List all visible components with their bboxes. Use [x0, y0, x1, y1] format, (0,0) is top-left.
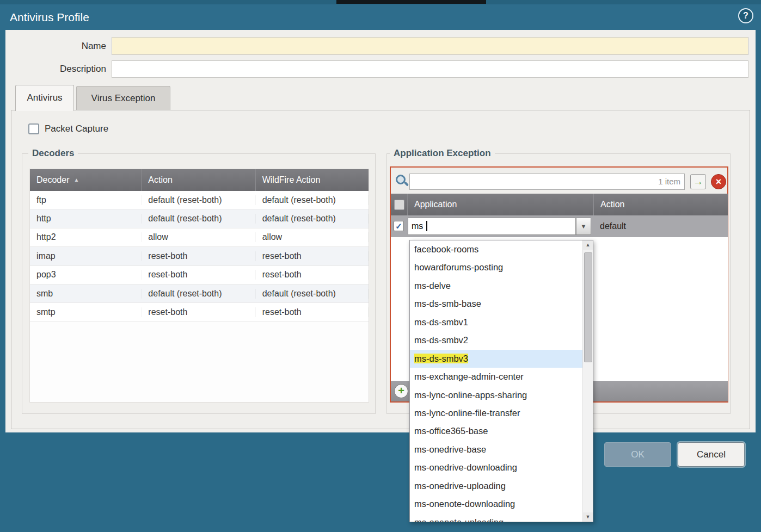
description-input[interactable] — [112, 60, 748, 78]
dropdown-item-label: facebook-rooms — [414, 244, 478, 254]
application-row-action-value: default — [600, 215, 626, 237]
decoder-http-wildfire-action: default (reset-both) — [256, 214, 369, 224]
dropdown-item-ms-ds-smbv1[interactable]: ms-ds-smbv1 — [410, 313, 584, 331]
tab-antivirus[interactable]: Antivirus — [15, 85, 74, 111]
dropdown-item-howardforums-posting[interactable]: howardforums-posting — [410, 258, 584, 276]
decoder-ftp-action: default (reset-both) — [142, 195, 255, 205]
decoder-imap-wildfire-action: reset-both — [256, 251, 369, 261]
apply-filter-icon[interactable]: → — [690, 174, 706, 189]
decoder-http-action: default (reset-both) — [142, 214, 255, 224]
dropdown-item-ms-office365-base[interactable]: ms-office365-base — [410, 422, 584, 440]
dropdown-item-ms-lync-online-apps-sharing[interactable]: ms-lync-online-apps-sharing — [410, 386, 584, 404]
dropdown-item-label: ms-office365-base — [414, 426, 488, 436]
name-label: Name — [22, 37, 106, 55]
dropdown-item-label: ms-lync-online-apps-sharing — [414, 390, 527, 400]
dropdown-item-ms-ds-smb-base[interactable]: ms-ds-smb-base — [410, 295, 584, 313]
background-browser-bar — [336, 0, 486, 4]
dropdown-item-label: ms-exchange-admin-center — [414, 372, 524, 381]
decoders-header-action[interactable]: Action — [142, 169, 255, 191]
search-icon — [395, 174, 408, 187]
name-input[interactable] — [112, 37, 748, 55]
dropdown-item-ms-lync-online-file-transfer[interactable]: ms-lync-online-file-transfer — [410, 404, 584, 422]
help-icon[interactable]: ? — [738, 8, 753, 23]
decoders-table-header: Decoder▲ Action WildFire Action — [30, 169, 369, 191]
ok-button[interactable]: OK — [604, 442, 671, 467]
application-combo-input[interactable] — [408, 218, 576, 235]
clear-filter-icon[interactable]: × — [711, 174, 726, 189]
combo-dropdown-icon[interactable]: ▼ — [576, 218, 591, 235]
dropdown-item-label: ms-onenote-uploading — [414, 517, 504, 522]
dropdown-item-label: ms-onenote-downloading — [414, 499, 515, 509]
cancel-button[interactable]: Cancel — [678, 442, 745, 467]
dropdown-item-ms-exchange-admin-center[interactable]: ms-exchange-admin-center — [410, 368, 584, 386]
application-table-header: Application Action — [391, 194, 728, 215]
application-dropdown: facebook-roomshowardforums-postingms-del… — [409, 240, 593, 522]
dropdown-item-label: ms-ds-smb-base — [414, 299, 481, 308]
decoder-row-pop3[interactable]: pop3reset-bothreset-both — [30, 266, 369, 284]
dropdown-item-ms-ds-smbv2[interactable]: ms-ds-smbv2 — [410, 331, 584, 349]
dropdown-item-label: ms-lync-online-file-transfer — [414, 408, 520, 418]
tab-virus-exception[interactable]: Virus Exception — [76, 86, 170, 110]
dropdown-item-ms-delve[interactable]: ms-delve — [410, 277, 584, 295]
decoder-http2-wildfire-action: allow — [256, 232, 369, 242]
decoders-table-body: ftpdefault (reset-both)default (reset-bo… — [30, 191, 369, 322]
dropdown-item-ms-onedrive-downloading[interactable]: ms-onedrive-downloading — [410, 459, 584, 477]
decoder-row-imap[interactable]: imapreset-bothreset-both — [30, 247, 369, 265]
scroll-up-icon[interactable]: ▲ — [583, 240, 593, 250]
dialog-titlebar — [0, 4, 761, 30]
dropdown-item-label: howardforums-posting — [414, 262, 503, 272]
antivirus-profile-dialog: Antivirus Profile ? Name Description Ant… — [0, 0, 761, 532]
packet-capture-checkbox[interactable] — [28, 123, 39, 134]
application-filter-input[interactable] — [409, 174, 685, 190]
text-caret — [426, 221, 427, 231]
dropdown-item-label: ms-onedrive-downloading — [414, 462, 517, 472]
dialog-title: Antivirus Profile — [10, 4, 89, 30]
application-row-checkbox[interactable]: ✓ — [394, 221, 404, 231]
decoder-http2-decoder: http2 — [30, 232, 142, 242]
decoder-pop3-decoder: pop3 — [30, 270, 142, 280]
decoder-row-smb[interactable]: smbdefault (reset-both)default (reset-bo… — [30, 284, 369, 303]
decoder-row-http[interactable]: httpdefault (reset-both)default (reset-b… — [30, 209, 369, 228]
decoder-pop3-action: reset-both — [142, 270, 255, 280]
decoder-imap-decoder: imap — [30, 251, 142, 261]
decoder-smtp-wildfire-action: reset-both — [256, 307, 369, 317]
decoders-header-wildfire-action[interactable]: WildFire Action — [256, 169, 369, 191]
dropdown-item-label: ms-onedrive-base — [414, 444, 486, 454]
decoder-row-ftp[interactable]: ftpdefault (reset-both)default (reset-bo… — [30, 191, 369, 209]
dropdown-item-label: ms-ds-smbv3 — [414, 354, 468, 363]
dropdown-item-ms-onenote-uploading[interactable]: ms-onenote-uploading — [410, 514, 584, 522]
dropdown-item-ms-ds-smbv3[interactable]: ms-ds-smbv3 — [410, 350, 584, 368]
decoder-smb-decoder: smb — [30, 289, 142, 299]
application-dropdown-list: facebook-roomshowardforums-postingms-del… — [410, 240, 593, 522]
decoder-ftp-decoder: ftp — [30, 195, 142, 205]
decoders-header-decoder[interactable]: Decoder▲ — [30, 169, 142, 191]
add-row-icon[interactable]: + — [394, 384, 408, 398]
dropdown-item-ms-onedrive-base[interactable]: ms-onedrive-base — [410, 441, 584, 459]
dropdown-item-facebook-rooms[interactable]: facebook-rooms — [410, 240, 584, 258]
decoder-http-decoder: http — [30, 214, 142, 224]
description-label: Description — [22, 60, 106, 78]
scroll-down-icon[interactable]: ▼ — [583, 512, 593, 522]
decoders-header-decoder-label: Decoder — [36, 175, 69, 184]
dropdown-item-ms-onenote-downloading[interactable]: ms-onenote-downloading — [410, 495, 584, 513]
packet-capture-label: Packet Capture — [45, 123, 108, 135]
sort-asc-icon: ▲ — [73, 177, 79, 183]
decoder-smtp-decoder: smtp — [30, 307, 142, 317]
decoder-ftp-wildfire-action: default (reset-both) — [256, 195, 369, 205]
select-all-checkbox[interactable] — [394, 200, 404, 210]
decoder-smb-wildfire-action: default (reset-both) — [256, 289, 369, 299]
decoder-row-smtp[interactable]: smtpreset-bothreset-both — [30, 303, 369, 321]
decoder-http2-action: allow — [142, 232, 255, 242]
dropdown-scrollbar[interactable]: ▲ ▼ — [582, 240, 593, 522]
application-header-select-all — [391, 194, 408, 215]
decoder-smtp-action: reset-both — [142, 307, 255, 317]
application-header-application[interactable]: Application — [408, 194, 593, 215]
dropdown-item-label: ms-onedrive-uploading — [414, 481, 506, 491]
application-header-action[interactable]: Action — [593, 194, 728, 215]
decoder-row-http2[interactable]: http2allowallow — [30, 228, 369, 247]
scrollbar-thumb[interactable] — [584, 252, 592, 362]
dropdown-item-ms-onedrive-uploading[interactable]: ms-onedrive-uploading — [410, 477, 584, 495]
decoder-smb-action: default (reset-both) — [142, 289, 255, 299]
decoders-legend: Decoders — [28, 148, 78, 159]
dropdown-item-label: ms-ds-smbv1 — [414, 317, 468, 327]
